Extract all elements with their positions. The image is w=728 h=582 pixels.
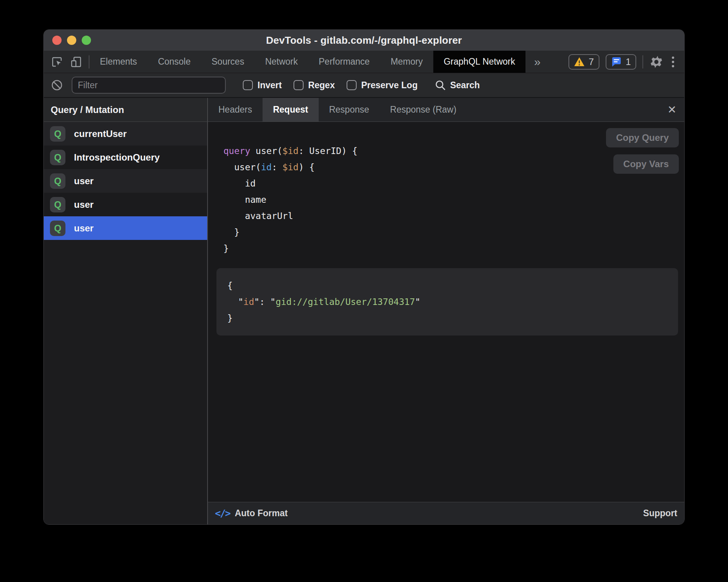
copy-query-button[interactable]: Copy Query [606, 128, 679, 147]
query-list-item[interactable]: Quser [44, 169, 207, 193]
checkbox-label: Invert [258, 80, 282, 91]
search-icon [434, 79, 446, 91]
query-name: user [74, 223, 94, 234]
devtools-tabs: ElementsConsoleSourcesNetworkPerformance… [89, 51, 525, 73]
devtools-tab-console[interactable]: Console [148, 51, 201, 73]
request-panel-body: query user($id: UserID) { user(id: $id) … [208, 122, 684, 502]
inspect-element-icon[interactable] [51, 56, 63, 68]
devtools-tab-network[interactable]: Network [255, 51, 308, 73]
more-options-kebab-icon[interactable] [670, 56, 676, 67]
devtools-tab-sources[interactable]: Sources [201, 51, 254, 73]
message-bubble-icon [611, 56, 622, 67]
query-type-badge: Q [50, 197, 65, 212]
query-name: user [74, 199, 94, 210]
filter-input[interactable] [72, 77, 226, 94]
code-line: } [227, 310, 678, 326]
query-list-item[interactable]: QIntrospectionQuery [44, 146, 207, 169]
warning-count: 7 [589, 56, 594, 67]
panel-tab-response-raw-[interactable]: Response (Raw) [379, 98, 467, 122]
checkbox-box [347, 80, 357, 90]
checkbox-regex[interactable]: Regex [294, 80, 335, 91]
code-line: { [227, 277, 678, 294]
more-tabs-chevron-icon[interactable]: » [525, 51, 549, 73]
code-line: } [223, 224, 684, 240]
filter-checkboxes: InvertRegexPreserve Log [243, 80, 417, 91]
checkbox-preserve-log[interactable]: Preserve Log [347, 80, 418, 91]
query-list: QcurrentUserQIntrospectionQueryQuserQuse… [44, 122, 207, 240]
devtools-tab-memory[interactable]: Memory [380, 51, 433, 73]
window-title: DevTools - gitlab.com/-/graphql-explorer [44, 34, 684, 46]
devtools-tab-elements[interactable]: Elements [89, 51, 148, 73]
devtools-tab-bar: ElementsConsoleSourcesNetworkPerformance… [44, 51, 684, 73]
code-line: "id": "gid://gitlab/User/13704317" [227, 294, 678, 310]
main-area: Query / Mutation QcurrentUserQIntrospect… [44, 98, 684, 524]
devtools-tab-performance[interactable]: Performance [308, 51, 380, 73]
query-sidebar: Query / Mutation QcurrentUserQIntrospect… [44, 98, 208, 524]
devtools-tab-graphql-network[interactable]: GraphQL Network [433, 51, 526, 73]
device-toolbar-icon[interactable] [70, 56, 82, 68]
code-line: } [223, 240, 684, 257]
panel-tab-response[interactable]: Response [319, 98, 380, 122]
toolbar-separator [642, 55, 643, 68]
query-list-item[interactable]: QcurrentUser [44, 122, 207, 146]
support-link[interactable]: Support [643, 508, 677, 519]
message-count: 1 [626, 56, 631, 67]
warning-triangle-icon [574, 57, 585, 67]
block-clear-icon[interactable] [51, 79, 63, 91]
settings-gear-icon[interactable] [649, 55, 663, 69]
query-list-item[interactable]: Quser [44, 216, 207, 240]
copy-buttons: Copy Query Copy Vars [606, 128, 679, 174]
panel-tab-request[interactable]: Request [263, 98, 319, 122]
checkbox-label: Regex [308, 80, 335, 91]
checkbox-box [243, 80, 253, 90]
code-brackets-icon: </> [215, 508, 230, 519]
query-name: IntrospectionQuery [74, 152, 160, 163]
panel-footer: </> Auto Format Support [208, 502, 684, 524]
code-line: name [223, 192, 684, 208]
code-line: avatarUrl [223, 208, 684, 224]
query-name: currentUser [74, 128, 127, 139]
toolbar-right: 7 1 [568, 51, 684, 73]
query-variables-box: { "id": "gid://gitlab/User/13704317"} [216, 268, 678, 336]
sidebar-header: Query / Mutation [44, 98, 207, 122]
copy-vars-button[interactable]: Copy Vars [613, 154, 679, 174]
search-label: Search [450, 80, 480, 91]
query-type-badge: Q [50, 221, 65, 236]
messages-badge[interactable]: 1 [606, 54, 636, 70]
checkbox-invert[interactable]: Invert [243, 80, 282, 91]
query-type-badge: Q [50, 126, 65, 142]
devtools-window: DevTools - gitlab.com/-/graphql-explorer… [43, 29, 685, 525]
warnings-badge[interactable]: 7 [568, 54, 599, 70]
panel-tab-headers[interactable]: Headers [208, 98, 263, 122]
panel-tab-bar: HeadersRequestResponseResponse (Raw)✕ [208, 98, 684, 122]
query-name: user [74, 176, 94, 187]
query-type-badge: Q [50, 150, 65, 165]
toolbar-left-icons [44, 51, 89, 73]
checkbox-box [294, 80, 304, 90]
auto-format-control[interactable]: </> Auto Format [215, 508, 288, 519]
filter-bar: InvertRegexPreserve Log Search [44, 73, 684, 98]
checkbox-label: Preserve Log [361, 80, 418, 91]
close-panel-icon[interactable]: ✕ [668, 98, 676, 122]
auto-format-label: Auto Format [235, 508, 288, 519]
search-control[interactable]: Search [434, 79, 480, 91]
code-line: id [223, 175, 684, 192]
query-list-item[interactable]: Quser [44, 193, 207, 216]
query-type-badge: Q [50, 173, 65, 189]
detail-panel: HeadersRequestResponseResponse (Raw)✕ qu… [208, 98, 684, 524]
title-bar: DevTools - gitlab.com/-/graphql-explorer [44, 30, 684, 51]
